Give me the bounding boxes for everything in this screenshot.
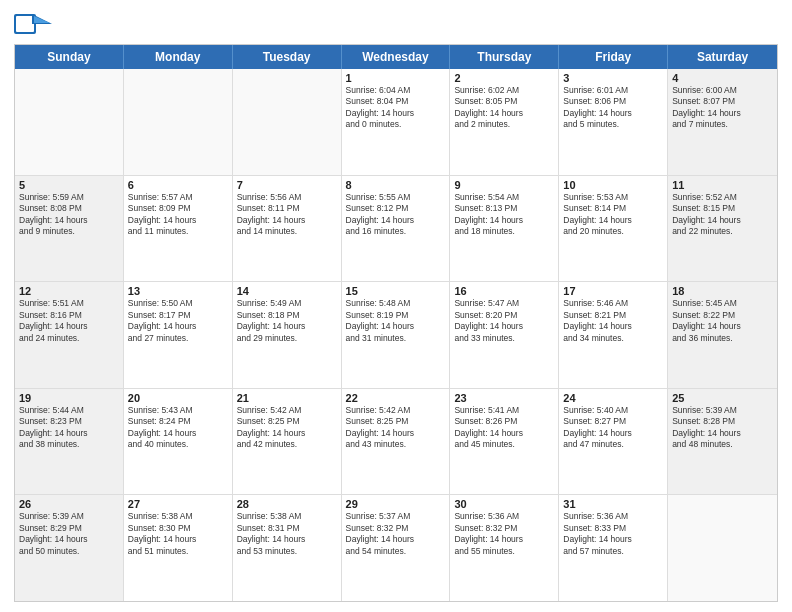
day-number: 21 <box>237 392 337 404</box>
cell-line-3: and 33 minutes. <box>454 333 554 344</box>
calendar-day-13: 13Sunrise: 5:50 AMSunset: 8:17 PMDayligh… <box>124 282 233 388</box>
header-day-saturday: Saturday <box>668 45 777 69</box>
day-number: 25 <box>672 392 773 404</box>
cell-line-2: Daylight: 14 hours <box>19 215 119 226</box>
cell-line-0: Sunrise: 5:42 AM <box>237 405 337 416</box>
cell-line-0: Sunrise: 5:39 AM <box>19 511 119 522</box>
cell-line-3: and 7 minutes. <box>672 119 773 130</box>
day-number: 27 <box>128 498 228 510</box>
day-number: 22 <box>346 392 446 404</box>
cell-line-2: Daylight: 14 hours <box>563 534 663 545</box>
cell-line-2: Daylight: 14 hours <box>346 428 446 439</box>
cell-line-2: Daylight: 14 hours <box>128 321 228 332</box>
cell-line-0: Sunrise: 5:57 AM <box>128 192 228 203</box>
cell-line-0: Sunrise: 5:37 AM <box>346 511 446 522</box>
cell-line-0: Sunrise: 5:45 AM <box>672 298 773 309</box>
cell-line-0: Sunrise: 5:54 AM <box>454 192 554 203</box>
cell-line-1: Sunset: 8:05 PM <box>454 96 554 107</box>
cell-line-2: Daylight: 14 hours <box>454 215 554 226</box>
day-number: 19 <box>19 392 119 404</box>
day-number: 14 <box>237 285 337 297</box>
cell-line-2: Daylight: 14 hours <box>672 428 773 439</box>
day-number: 13 <box>128 285 228 297</box>
cell-line-0: Sunrise: 5:41 AM <box>454 405 554 416</box>
cell-line-3: and 47 minutes. <box>563 439 663 450</box>
calendar-day-30: 30Sunrise: 5:36 AMSunset: 8:32 PMDayligh… <box>450 495 559 601</box>
cell-line-1: Sunset: 8:19 PM <box>346 310 446 321</box>
cell-line-2: Daylight: 14 hours <box>346 108 446 119</box>
header-day-friday: Friday <box>559 45 668 69</box>
calendar-day-27: 27Sunrise: 5:38 AMSunset: 8:30 PMDayligh… <box>124 495 233 601</box>
cell-line-1: Sunset: 8:16 PM <box>19 310 119 321</box>
cell-line-3: and 34 minutes. <box>563 333 663 344</box>
cell-line-3: and 36 minutes. <box>672 333 773 344</box>
header-day-wednesday: Wednesday <box>342 45 451 69</box>
cell-line-1: Sunset: 8:29 PM <box>19 523 119 534</box>
calendar-body: 1Sunrise: 6:04 AMSunset: 8:04 PMDaylight… <box>15 69 777 601</box>
logo <box>14 10 56 38</box>
cell-line-0: Sunrise: 5:42 AM <box>346 405 446 416</box>
cell-line-3: and 51 minutes. <box>128 546 228 557</box>
calendar-day-14: 14Sunrise: 5:49 AMSunset: 8:18 PMDayligh… <box>233 282 342 388</box>
cell-line-2: Daylight: 14 hours <box>454 108 554 119</box>
cell-line-3: and 29 minutes. <box>237 333 337 344</box>
cell-line-0: Sunrise: 5:38 AM <box>128 511 228 522</box>
cell-line-0: Sunrise: 5:40 AM <box>563 405 663 416</box>
cell-line-1: Sunset: 8:04 PM <box>346 96 446 107</box>
page: SundayMondayTuesdayWednesdayThursdayFrid… <box>0 0 792 612</box>
day-number: 2 <box>454 72 554 84</box>
cell-line-2: Daylight: 14 hours <box>128 428 228 439</box>
header-day-monday: Monday <box>124 45 233 69</box>
day-number: 17 <box>563 285 663 297</box>
cell-line-0: Sunrise: 6:01 AM <box>563 85 663 96</box>
day-number: 24 <box>563 392 663 404</box>
cell-line-0: Sunrise: 5:52 AM <box>672 192 773 203</box>
cell-line-3: and 43 minutes. <box>346 439 446 450</box>
day-number: 7 <box>237 179 337 191</box>
cell-line-2: Daylight: 14 hours <box>19 428 119 439</box>
cell-line-3: and 0 minutes. <box>346 119 446 130</box>
day-number: 31 <box>563 498 663 510</box>
cell-line-0: Sunrise: 5:38 AM <box>237 511 337 522</box>
cell-line-2: Daylight: 14 hours <box>346 321 446 332</box>
calendar-day-6: 6Sunrise: 5:57 AMSunset: 8:09 PMDaylight… <box>124 176 233 282</box>
cell-line-0: Sunrise: 5:49 AM <box>237 298 337 309</box>
day-number: 11 <box>672 179 773 191</box>
cell-line-0: Sunrise: 5:53 AM <box>563 192 663 203</box>
cell-line-3: and 31 minutes. <box>346 333 446 344</box>
calendar-day-8: 8Sunrise: 5:55 AMSunset: 8:12 PMDaylight… <box>342 176 451 282</box>
day-number: 20 <box>128 392 228 404</box>
calendar-day-25: 25Sunrise: 5:39 AMSunset: 8:28 PMDayligh… <box>668 389 777 495</box>
day-number: 4 <box>672 72 773 84</box>
cell-line-2: Daylight: 14 hours <box>563 215 663 226</box>
calendar-week-5: 26Sunrise: 5:39 AMSunset: 8:29 PMDayligh… <box>15 495 777 601</box>
calendar-day-22: 22Sunrise: 5:42 AMSunset: 8:25 PMDayligh… <box>342 389 451 495</box>
cell-line-3: and 54 minutes. <box>346 546 446 557</box>
cell-line-1: Sunset: 8:15 PM <box>672 203 773 214</box>
cell-line-3: and 55 minutes. <box>454 546 554 557</box>
day-number: 16 <box>454 285 554 297</box>
day-number: 23 <box>454 392 554 404</box>
cell-line-0: Sunrise: 5:55 AM <box>346 192 446 203</box>
day-number: 3 <box>563 72 663 84</box>
cell-line-3: and 57 minutes. <box>563 546 663 557</box>
cell-line-0: Sunrise: 6:00 AM <box>672 85 773 96</box>
calendar-day-7: 7Sunrise: 5:56 AMSunset: 8:11 PMDaylight… <box>233 176 342 282</box>
calendar-day-15: 15Sunrise: 5:48 AMSunset: 8:19 PMDayligh… <box>342 282 451 388</box>
calendar-day-20: 20Sunrise: 5:43 AMSunset: 8:24 PMDayligh… <box>124 389 233 495</box>
calendar-day-3: 3Sunrise: 6:01 AMSunset: 8:06 PMDaylight… <box>559 69 668 175</box>
svg-rect-1 <box>16 16 34 32</box>
cell-line-2: Daylight: 14 hours <box>237 534 337 545</box>
cell-line-0: Sunrise: 5:48 AM <box>346 298 446 309</box>
calendar-day-29: 29Sunrise: 5:37 AMSunset: 8:32 PMDayligh… <box>342 495 451 601</box>
cell-line-2: Daylight: 14 hours <box>563 108 663 119</box>
cell-line-3: and 16 minutes. <box>346 226 446 237</box>
cell-line-3: and 5 minutes. <box>563 119 663 130</box>
cell-line-3: and 18 minutes. <box>454 226 554 237</box>
cell-line-0: Sunrise: 5:47 AM <box>454 298 554 309</box>
calendar-day-4: 4Sunrise: 6:00 AMSunset: 8:07 PMDaylight… <box>668 69 777 175</box>
cell-line-1: Sunset: 8:21 PM <box>563 310 663 321</box>
cell-line-1: Sunset: 8:17 PM <box>128 310 228 321</box>
calendar-empty-cell <box>668 495 777 601</box>
calendar-day-5: 5Sunrise: 5:59 AMSunset: 8:08 PMDaylight… <box>15 176 124 282</box>
